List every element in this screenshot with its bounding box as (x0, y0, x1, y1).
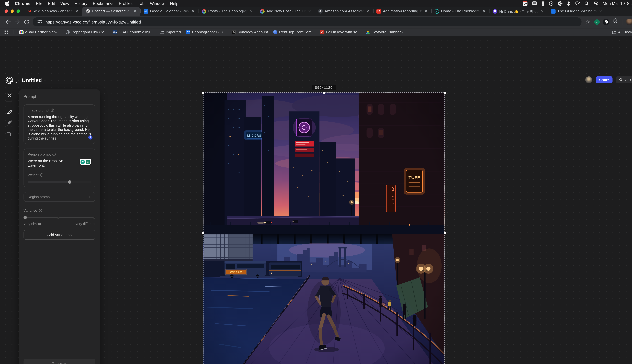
tab-hi-chris[interactable]: Hi Chris 👋 - The Phoblograp ✕ (489, 6, 548, 16)
grammarly-suggestion-icon[interactable]: + (88, 136, 92, 140)
menu-item-window[interactable]: Window (150, 1, 164, 6)
menubar-clock[interactable]: Mon Mar 10 8:58 AM (603, 1, 632, 6)
add-region-prompt-icon[interactable]: + (88, 194, 91, 200)
bookmark-ebay[interactable]: eBay Partner Netw... (19, 30, 60, 34)
menu-app-name[interactable]: Chrome (15, 1, 30, 6)
hotspot-icon[interactable] (558, 1, 563, 6)
info-icon[interactable] (51, 108, 54, 112)
bookmark-imported-folder[interactable]: Imported (160, 30, 181, 34)
extensions-puzzle-icon[interactable] (612, 18, 618, 26)
window-close-button[interactable] (4, 10, 8, 13)
tab-google-calendar[interactable]: 10 Google Calendar - Week of M ✕ (140, 6, 198, 16)
bookmark-keyword-planner[interactable]: Keyword Planner -... (366, 30, 406, 34)
url-text[interactable]: https://canvas.vsco.co/file/n5sia3yy6kxg… (46, 20, 141, 24)
variance-slider-handle[interactable] (24, 216, 27, 219)
reload-button[interactable] (22, 17, 31, 26)
menu-item-bookmarks[interactable]: Bookmarks (93, 1, 114, 6)
spotlight-search-icon[interactable] (584, 1, 589, 6)
resize-handle-top[interactable] (323, 92, 325, 94)
tab-phoblographer-home[interactable]: ≈ Home - The Phoblographer - ✕ (431, 6, 489, 16)
tab-close-icon[interactable]: ✕ (599, 9, 602, 13)
tab-close-icon[interactable]: ✕ (366, 9, 370, 13)
vsco-logo[interactable] (5, 76, 13, 86)
add-variations-button[interactable]: Add variations (24, 230, 95, 240)
tab-vsco-gmail[interactable]: M VSCo canvas - chrisgampat@ ✕ (24, 6, 82, 16)
add-region-prompt-row[interactable]: Region prompt + (24, 192, 95, 202)
weight-slider-handle[interactable] (68, 180, 71, 184)
pencil-tool[interactable] (6, 108, 12, 115)
tab-close-icon[interactable]: ✕ (424, 9, 428, 13)
info-icon[interactable] (52, 153, 56, 156)
grammarly-widget[interactable]: ✦ G (80, 159, 91, 165)
window-zoom-button[interactable] (16, 10, 20, 13)
quill-tool[interactable] (6, 120, 12, 126)
generate-button[interactable]: Generate (24, 359, 95, 364)
info-icon[interactable] (39, 209, 42, 212)
menu-item-file[interactable]: File (36, 1, 42, 6)
variance-slider[interactable] (24, 216, 95, 219)
control-center-icon[interactable] (594, 1, 598, 6)
bluetooth-icon[interactable] (567, 1, 570, 6)
tab-adnimation[interactable]: AD Adnimation reporting system ✕ (373, 6, 431, 16)
generative-canvas-workspace[interactable]: Untitled Share 213% (0, 36, 632, 364)
menu-item-profiles[interactable]: Profiles (119, 1, 132, 6)
bookmark-phoblographer-dsm[interactable]: DSMPhoblographer - S... (186, 30, 226, 34)
tab-phoblographer-posts[interactable]: Posts ‹ The Phoblographer – ✕ (198, 6, 256, 16)
tab-close-icon[interactable]: ✕ (191, 9, 195, 13)
calendar-menubar-icon[interactable]: 10 (523, 1, 528, 6)
phone-mirroring-icon[interactable] (542, 1, 544, 6)
resize-handle-top-right[interactable] (444, 92, 446, 94)
user-avatar[interactable] (585, 76, 592, 84)
bookmark-pepperjam[interactable]: Pepperjam Link Ge... (66, 30, 108, 34)
image-prompt-textarea[interactable]: A man running through a city wearing wor… (28, 115, 91, 140)
forward-button[interactable] (13, 17, 22, 26)
bookmark-sba[interactable]: SBASBA Economic Inju... (113, 30, 154, 34)
menu-item-view[interactable]: View (60, 1, 69, 6)
region-prompt-card[interactable]: Region prompt We're on the Brooklyn wate… (24, 149, 95, 188)
share-button[interactable]: Share (596, 76, 612, 84)
crop-tool[interactable] (6, 131, 12, 137)
bookmark-synology[interactable]: SSynology Account (232, 30, 268, 34)
checker-extension-icon[interactable]: ✓ (604, 19, 609, 24)
region-prompt-textarea[interactable]: We're on the Brooklyn waterfront. (28, 159, 78, 168)
resize-handle-left[interactable] (202, 232, 204, 234)
tab-guide-to-writing[interactable]: The Guide to Writing for The ✕ (548, 6, 606, 16)
tab-generative-canvas-active[interactable]: Untitled — Generative Canva ✕ (82, 6, 140, 16)
back-button[interactable] (4, 17, 13, 26)
tab-close-icon[interactable]: ✕ (250, 9, 253, 13)
close-panel-button[interactable] (6, 92, 12, 98)
tab-close-icon[interactable]: ✕ (133, 9, 137, 13)
apple-menu-icon[interactable] (5, 1, 10, 6)
all-bookmarks-button[interactable]: All Bookmarks (612, 30, 632, 34)
address-bar[interactable]: https://canvas.vsco.co/file/n5sia3yy6kxg… (32, 17, 582, 26)
site-settings-icon[interactable] (37, 18, 42, 26)
new-tab-button[interactable]: + (606, 6, 614, 16)
bookmark-fall-in-love[interactable]: CFall in love with so... (320, 30, 360, 34)
grammarly-extension-icon[interactable]: G (594, 19, 600, 24)
apps-grid-icon[interactable] (4, 30, 8, 34)
window-minimize-button[interactable] (10, 10, 14, 13)
weight-slider[interactable] (28, 180, 91, 184)
file-title[interactable]: Untitled (22, 77, 42, 84)
tab-add-new-post[interactable]: Add New Post ‹ The Phoblog ✕ (256, 6, 314, 16)
tab-close-icon[interactable]: ✕ (308, 9, 311, 13)
menu-item-tab[interactable]: Tab (138, 1, 144, 6)
tab-close-icon[interactable]: ✕ (540, 9, 544, 13)
info-icon[interactable] (40, 174, 44, 177)
tab-close-icon[interactable]: ✕ (75, 9, 78, 13)
tab-close-icon[interactable]: ✕ (482, 9, 486, 13)
image-prompt-card[interactable]: Image prompt A man running through a cit… (24, 104, 95, 144)
menu-item-help[interactable]: Help (170, 1, 178, 6)
bookmark-renthop[interactable]: RentHop RentCom... (274, 30, 315, 34)
tab-amazon-associates[interactable]: a Amazon.com Associates Cen ✕ (315, 6, 373, 16)
file-menu-chevron-icon[interactable] (15, 77, 18, 85)
menu-item-history[interactable]: History (74, 1, 88, 6)
resize-handle-top-left[interactable] (202, 92, 204, 94)
resize-handle-right[interactable] (444, 232, 446, 234)
zoom-control[interactable]: 213% (616, 76, 632, 84)
browser-profile-avatar[interactable] (626, 18, 632, 25)
now-playing-icon[interactable] (549, 1, 554, 6)
generated-image[interactable]: LNCORS (203, 92, 444, 364)
wifi-icon[interactable] (575, 1, 580, 6)
bookmark-star-icon[interactable]: ☆ (583, 17, 592, 26)
